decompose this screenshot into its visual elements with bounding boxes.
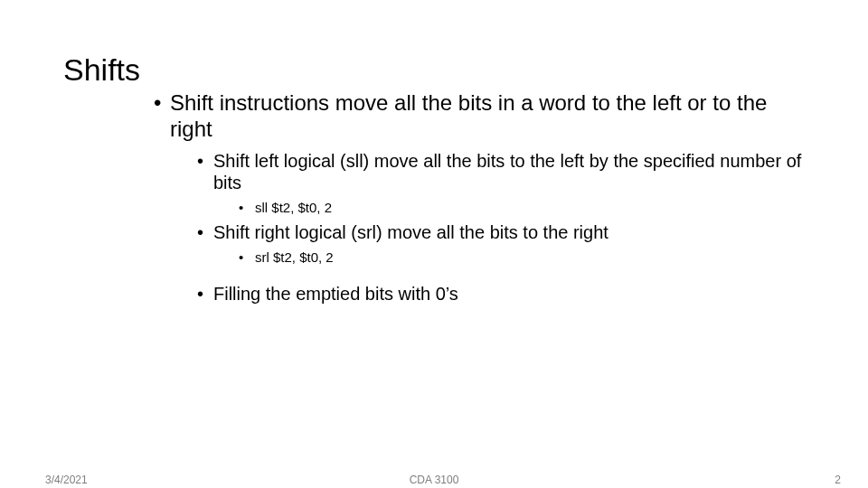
bullet-text: Shift left logical (sll) move all the bi…	[213, 151, 801, 192]
bullet-lvl3: sll $t2, $t0, 2	[255, 199, 805, 217]
bullet-lvl2: Shift left logical (sll) move all the bi…	[213, 150, 805, 217]
bullet-text: Shift instructions move all the bits in …	[170, 90, 767, 141]
bullet-text: Filling the emptied bits with 0’s	[213, 284, 458, 304]
bullet-list-lvl3: srl $t2, $t0, 2	[241, 249, 805, 267]
bullet-list-lvl1: Shift instructions move all the bits in …	[154, 90, 805, 305]
footer-course: CDA 3100	[0, 474, 868, 486]
bullet-text: Shift right logical (srl) move all the b…	[213, 222, 609, 242]
bullet-list-lvl2: Filling the emptied bits with 0’s	[197, 283, 805, 305]
bullet-list-lvl2: Shift left logical (sll) move all the bi…	[197, 150, 805, 267]
slide-content: Shift instructions move all the bits in …	[154, 90, 805, 310]
bullet-text: srl $t2, $t0, 2	[255, 249, 334, 265]
bullet-list-lvl3: sll $t2, $t0, 2	[241, 199, 805, 217]
slide-title: Shifts	[63, 52, 140, 88]
bullet-lvl2: Shift right logical (srl) move all the b…	[213, 221, 805, 267]
bullet-lvl3: srl $t2, $t0, 2	[255, 249, 805, 267]
bullet-text: sll $t2, $t0, 2	[255, 200, 332, 215]
bullet-lvl2: Filling the emptied bits with 0’s	[213, 283, 805, 305]
bullet-lvl1: Shift instructions move all the bits in …	[170, 90, 805, 305]
footer-page-number: 2	[835, 474, 841, 486]
slide: Shifts Shift instructions move all the b…	[0, 0, 868, 488]
